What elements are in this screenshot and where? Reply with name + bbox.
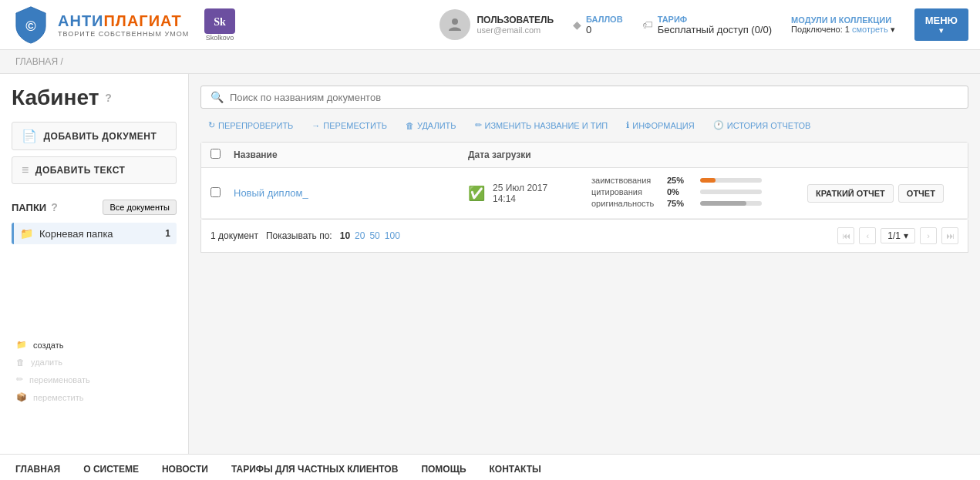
- select-all-checkbox[interactable]: [210, 149, 221, 159]
- tariff-label: ТАРИФ: [658, 15, 772, 24]
- history-button[interactable]: 🕐 ИСТОРИЯ ОТЧЕТОВ: [706, 116, 819, 134]
- delete-folder-icon: 🗑: [16, 357, 25, 367]
- add-document-label: ДОБАВИТЬ ДОКУМЕНТ: [44, 131, 157, 142]
- info-label: ИНФОРМАЦИЯ: [632, 121, 694, 130]
- move-folder-label: переместить: [33, 393, 83, 402]
- doc-count-label: 1 документ: [210, 230, 258, 241]
- pagination-right: ⏮ ‹ 1/1 ▾ › ⏭: [837, 227, 958, 244]
- modules-count: Подключено: 1: [791, 25, 850, 34]
- add-document-button[interactable]: 📄 ДОБАВИТЬ ДОКУМЕНТ: [12, 122, 177, 150]
- page-size-20[interactable]: 20: [355, 230, 365, 241]
- scores-label: БАЛЛОВ: [586, 15, 623, 24]
- report-button[interactable]: ОТЧЕТ: [898, 184, 944, 203]
- help-icon[interactable]: ?: [105, 92, 112, 104]
- footer-link-help[interactable]: ПОМОЩЬ: [421, 464, 466, 475]
- search-icon: 🔍: [210, 91, 224, 103]
- folder-actions: 📁 создать 🗑 удалить ✏ переименовать 📦 пе…: [12, 337, 177, 405]
- header-date-col: Дата загрузки: [468, 149, 591, 160]
- logo-plagiat: ПЛАГИАТ: [103, 12, 181, 29]
- sidebar-title: Кабинет ?: [12, 86, 177, 110]
- page-dropdown-icon[interactable]: ▾: [904, 230, 908, 241]
- recheck-button[interactable]: ↻ ПЕРЕПРОВЕРИТЬ: [200, 116, 301, 134]
- folders-header: ПАПКИ ? Все документы: [12, 200, 177, 215]
- rename-button[interactable]: ✏ ИЗМЕНИТЬ НАЗВАНИЕ И ТИП: [467, 116, 616, 134]
- delete-button[interactable]: 🗑 УДАЛИТЬ: [398, 117, 464, 134]
- menu-arrow-icon: ▾: [939, 26, 943, 35]
- prev-page-button[interactable]: ‹: [859, 227, 876, 244]
- info-button[interactable]: ℹ ИНФОРМАЦИЯ: [618, 116, 702, 134]
- originality-label: оригинальность: [591, 199, 661, 208]
- scores-value: 0: [586, 24, 623, 35]
- rename-folder-icon: ✏: [16, 374, 23, 384]
- recheck-icon: ↻: [208, 120, 215, 130]
- user-avatar-area[interactable]: ПОЛЬЗОВАТЕЛЬ user@email.com: [439, 9, 554, 40]
- search-input[interactable]: [230, 92, 958, 103]
- tariff-value: Бесплатный доступ (0/0): [658, 24, 772, 35]
- move-folder-action: 📦 переместить: [12, 389, 177, 405]
- modules-link[interactable]: смотреть: [852, 25, 888, 34]
- plagiarism-stat: заимствования 25%: [591, 176, 807, 185]
- all-documents-button[interactable]: Все документы: [103, 200, 177, 215]
- scores-content: БАЛЛОВ 0: [586, 15, 623, 35]
- modules-label: МОДУЛИ И КОЛЛЕКЦИИ: [791, 15, 895, 25]
- folders-help-icon[interactable]: ?: [51, 201, 58, 213]
- footer-link-contacts[interactable]: КОНТАКТЫ: [490, 464, 541, 475]
- citation-value: 0%: [667, 187, 694, 196]
- add-text-button[interactable]: ≡ ДОБАВИТЬ ТЕКСТ: [12, 156, 177, 184]
- footer-link-news[interactable]: НОВОСТИ: [162, 464, 208, 475]
- logo-subtitle: ТВОРИТЕ СОБСТВЕННЫМ УМОМ: [58, 30, 189, 38]
- search-bar: 🔍: [200, 86, 968, 109]
- folders-section: ПАПКИ ? Все документы 📁 Корневая папка 1…: [12, 200, 177, 405]
- tariff-icon: 🏷: [642, 18, 653, 31]
- breadcrumb: ГЛАВНАЯ /: [0, 50, 980, 74]
- user-label: ПОЛЬЗОВАТЕЛЬ: [477, 15, 554, 25]
- originality-value: 75%: [667, 199, 694, 208]
- page-size-10[interactable]: 10: [340, 230, 350, 241]
- row-checkbox-area: [210, 187, 234, 200]
- rename-folder-label: переименовать: [29, 375, 90, 384]
- footer-link-tariffs[interactable]: ТАРИФЫ ДЛЯ ЧАСТНЫХ КЛИЕНТОВ: [231, 464, 398, 475]
- move-button[interactable]: → ПЕРЕМЕСТИТЬ: [304, 117, 395, 134]
- folders-title-text: ПАПКИ: [12, 202, 46, 213]
- pagination-left: 1 документ Показывать по: 10 20 50 100: [210, 230, 400, 241]
- move-label: ПЕРЕМЕСТИТЬ: [323, 121, 387, 130]
- create-folder-action[interactable]: 📁 создать: [12, 337, 177, 353]
- folder-icon: 📁: [20, 227, 33, 240]
- delete-icon: 🗑: [406, 121, 414, 130]
- plagiarism-value: 25%: [667, 176, 694, 185]
- modules-value: Подключено: 1 смотреть ▾: [791, 25, 895, 35]
- avatar: [439, 9, 470, 40]
- document-name[interactable]: Новый диплом_: [234, 187, 308, 199]
- menu-button[interactable]: МЕНЮ ▾: [914, 8, 968, 41]
- add-text-label: ДОБАВИТЬ ТЕКСТ: [35, 165, 126, 176]
- next-page-button[interactable]: ›: [920, 227, 937, 244]
- scores-section: ◆ БАЛЛОВ 0: [573, 15, 623, 35]
- footer-link-home[interactable]: ГЛАВНАЯ: [15, 464, 60, 475]
- logo-area: © АНТИПЛАГИАТ ТВОРИТЕ СОБСТВЕННЫМ УМОМ S…: [12, 5, 235, 44]
- plagiarism-bar: [700, 178, 716, 183]
- rename-folder-action: ✏ переименовать: [12, 371, 177, 388]
- skolkovo-badge: Sk: [204, 8, 235, 34]
- short-report-button[interactable]: КРАТКИЙ ОТЧЕТ: [807, 184, 894, 203]
- page-size-100[interactable]: 100: [385, 230, 400, 241]
- footer-link-about[interactable]: О СИСТЕМЕ: [83, 464, 139, 475]
- logo-text: АНТИПЛАГИАТ ТВОРИТЕ СОБСТВЕННЫМ УМОМ: [58, 12, 189, 38]
- rename-icon: ✏: [475, 120, 482, 130]
- root-folder-count: 1: [165, 228, 170, 239]
- header-name-col: Название: [234, 149, 468, 160]
- page-size-50[interactable]: 50: [369, 230, 379, 241]
- sidebar: Кабинет ? 📄 ДОБАВИТЬ ДОКУМЕНТ ≡ ДОБАВИТЬ…: [0, 74, 189, 454]
- page-sizes: 10 20 50 100: [340, 230, 400, 241]
- root-folder-item[interactable]: 📁 Корневая папка 1: [12, 223, 177, 244]
- last-page-button[interactable]: ⏭: [941, 227, 958, 244]
- breadcrumb-home[interactable]: ГЛАВНАЯ: [15, 56, 58, 67]
- row-checkbox[interactable]: [210, 187, 221, 197]
- info-icon: ℹ: [626, 120, 629, 130]
- skolkovo-area: Sk Skolkovo: [204, 8, 235, 42]
- footer: ГЛАВНАЯ О СИСТЕМЕ НОВОСТИ ТАРИФЫ ДЛЯ ЧАС…: [0, 454, 980, 480]
- content-area: 🔍 ↻ ПЕРЕПРОВЕРИТЬ → ПЕРЕМЕСТИТЬ 🗑 УДАЛИТ…: [189, 74, 980, 454]
- first-page-button[interactable]: ⏮: [837, 227, 854, 244]
- originality-bar: [700, 201, 746, 206]
- header-user-section: ПОЛЬЗОВАТЕЛЬ user@email.com ◆ БАЛЛОВ 0 🏷…: [439, 8, 968, 41]
- plagiarism-label: заимствования: [591, 176, 661, 185]
